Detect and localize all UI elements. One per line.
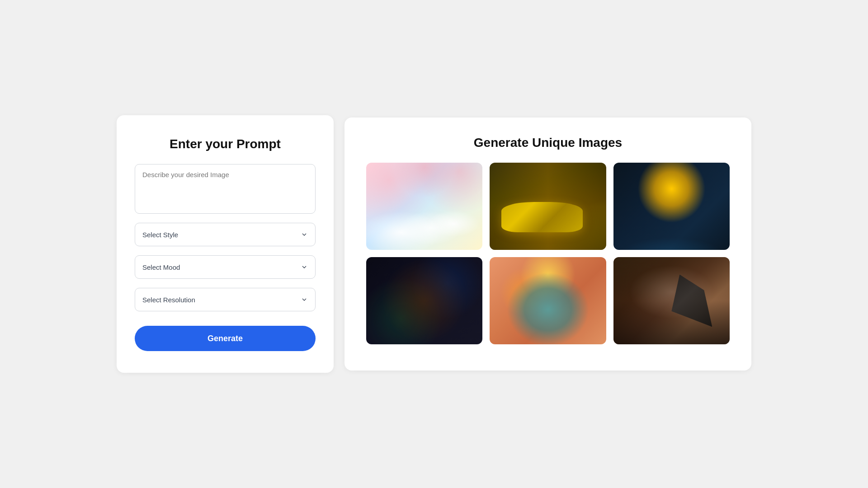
gallery-image-2[interactable] [490, 163, 606, 250]
generate-button[interactable]: Generate [135, 326, 316, 351]
mood-select[interactable]: Select Mood HappyDramaticMysteriousPeace… [135, 255, 316, 279]
gallery-image-6[interactable] [613, 257, 730, 344]
gallery-image-5[interactable] [490, 257, 606, 344]
prompt-panel: Enter your Prompt Select Style Realistic… [117, 115, 334, 373]
gallery-image-4[interactable] [366, 257, 482, 344]
resolution-select[interactable]: Select Resolution 512x512768x7681024x102… [135, 288, 316, 311]
gallery-image-3[interactable] [613, 163, 730, 250]
prompt-panel-title: Enter your Prompt [170, 137, 281, 151]
image-grid [366, 163, 730, 344]
style-select[interactable]: Select Style RealisticCartoonAbstractOil… [135, 223, 316, 246]
gallery-panel: Generate Unique Images [344, 117, 751, 371]
gallery-image-1[interactable] [366, 163, 482, 250]
gallery-title: Generate Unique Images [474, 136, 622, 150]
prompt-textarea[interactable] [135, 164, 316, 214]
